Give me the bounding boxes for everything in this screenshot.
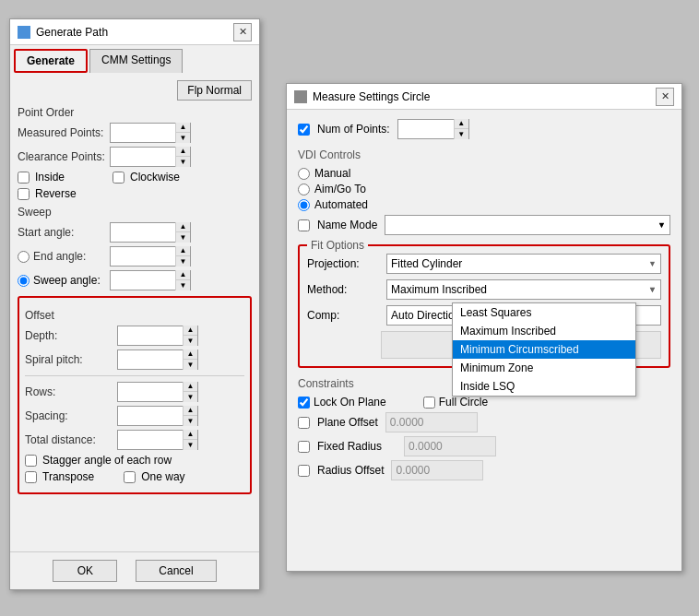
spacing-spin-btns: ▲ ▼	[183, 406, 197, 426]
depth-input[interactable]: 0.0000	[118, 326, 183, 345]
rows-row: Rows: 2 ▲ ▼	[25, 382, 244, 402]
flip-normal-button[interactable]: Flp Normal	[177, 80, 252, 101]
spacing-spinbox[interactable]: 0.0000 ▲ ▼	[117, 406, 198, 426]
end-angle-down[interactable]: ▼	[176, 256, 190, 267]
radius-offset-checkbox[interactable]	[298, 465, 310, 477]
num-points-up[interactable]: ▲	[455, 119, 468, 129]
transpose-checkbox[interactable]	[25, 471, 37, 483]
depth-down[interactable]: ▼	[184, 336, 197, 346]
name-mode-label: Name Mode	[317, 219, 377, 231]
tab-cmm-settings[interactable]: CMM Settings	[89, 49, 183, 73]
automated-radio[interactable]	[298, 199, 310, 211]
plane-offset-value: 0.0000	[385, 412, 478, 432]
projection-value: Fitted Cylinder	[391, 257, 657, 270]
end-angle-input[interactable]: 360.0000	[111, 247, 175, 266]
ok-button[interactable]: OK	[53, 560, 117, 582]
dropdown-item-inside-lsq[interactable]: Inside LSQ	[453, 377, 635, 396]
reverse-checkbox[interactable]	[18, 188, 30, 200]
rows-spinbox[interactable]: 2 ▲ ▼	[117, 382, 198, 402]
spiral-pitch-down[interactable]: ▼	[184, 360, 197, 370]
reverse-row: Reverse	[18, 187, 252, 200]
plane-offset-checkbox[interactable]	[298, 417, 310, 429]
stagger-checkbox[interactable]	[25, 455, 37, 467]
method-select[interactable]: Maximum Inscribed ▼	[386, 279, 661, 300]
generate-path-window: Generate Path ✕ Generate CMM Settings Fl…	[9, 18, 260, 590]
total-distance-label: Total distance:	[25, 433, 117, 446]
spacing-up[interactable]: ▲	[184, 406, 197, 416]
sweep-angle-radio[interactable]	[18, 275, 30, 287]
rows-input[interactable]: 2	[118, 383, 183, 401]
dropdown-item-min-circumscribed[interactable]: Minimum Circumscribed	[453, 340, 635, 359]
fixed-radius-checkbox[interactable]	[298, 441, 310, 453]
num-points-checkbox[interactable]	[298, 124, 310, 136]
start-angle-spinbox[interactable]: 0.0000 ▲ ▼	[110, 222, 191, 243]
dropdown-item-least-squares[interactable]: Least Squares	[453, 303, 635, 322]
spiral-pitch-spinbox[interactable]: 0.0000 ▲ ▼	[117, 349, 198, 370]
end-angle-radio[interactable]	[18, 251, 30, 263]
vdi-controls-section: VDI Controls Manual Aim/Go To Automated …	[298, 148, 670, 235]
depth-spinbox[interactable]: 0.0000 ▲ ▼	[117, 326, 198, 346]
name-mode-select[interactable]: ▼	[385, 215, 670, 235]
start-angle-input[interactable]: 0.0000	[111, 223, 175, 242]
offset-box: Offset Depth: 0.0000 ▲ ▼ Spiral pitch: 0…	[18, 296, 252, 494]
spiral-pitch-up[interactable]: ▲	[184, 349, 197, 360]
sweep-angle-spin-btns: ▲ ▼	[175, 270, 190, 290]
dropdown-item-min-zone[interactable]: Minimum Zone	[453, 359, 635, 377]
projection-select[interactable]: Fitted Cylinder	[386, 254, 661, 274]
measured-points-down[interactable]: ▼	[176, 133, 190, 143]
sweep-angle-up[interactable]: ▲	[176, 270, 190, 280]
one-way-label: One way	[141, 470, 184, 483]
spiral-pitch-input[interactable]: 0.0000	[118, 350, 183, 369]
full-circle-checkbox[interactable]	[423, 397, 435, 409]
sweep-angle-input[interactable]: 360.0000	[111, 271, 175, 290]
start-angle-up[interactable]: ▲	[176, 222, 190, 232]
clearance-up[interactable]: ▲	[176, 147, 190, 157]
aim-goto-radio[interactable]	[298, 184, 310, 195]
inside-checkbox[interactable]	[18, 172, 30, 184]
generate-close-button[interactable]: ✕	[233, 23, 252, 41]
clockwise-checkbox[interactable]	[113, 172, 124, 184]
lock-on-plane-checkbox[interactable]	[298, 397, 310, 409]
total-distance-down[interactable]: ▼	[184, 440, 197, 450]
clearance-points-spin-btns: ▲ ▼	[175, 147, 190, 167]
start-angle-down[interactable]: ▼	[176, 232, 190, 243]
generate-bottom-buttons: OK Cancel	[10, 551, 259, 589]
end-angle-label: End angle:	[33, 250, 86, 263]
measured-points-input[interactable]: 4	[111, 124, 175, 142]
spacing-down[interactable]: ▼	[184, 416, 197, 426]
one-way-checkbox[interactable]	[124, 471, 136, 483]
clearance-points-input[interactable]: 0	[111, 148, 175, 166]
total-distance-spinbox[interactable]: 0.0000 ▲ ▼	[117, 430, 198, 450]
sweep-label: Sweep	[18, 206, 252, 219]
total-distance-up[interactable]: ▲	[184, 430, 197, 440]
spacing-input[interactable]: 0.0000	[118, 407, 183, 425]
cancel-button[interactable]: Cancel	[136, 560, 216, 582]
num-points-down[interactable]: ▼	[455, 129, 468, 139]
name-mode-checkbox[interactable]	[298, 219, 310, 231]
measured-points-spinbox[interactable]: 4 ▲ ▼	[110, 123, 191, 143]
rows-up[interactable]: ▲	[184, 382, 197, 392]
num-points-spinbox[interactable]: 8 ▲ ▼	[397, 119, 469, 139]
start-angle-row: Start angle: 0.0000 ▲ ▼	[18, 222, 252, 243]
clearance-down[interactable]: ▼	[176, 157, 190, 167]
stagger-label: Stagger angle of each row	[42, 454, 172, 467]
manual-radio[interactable]	[298, 168, 310, 180]
clearance-points-spinbox[interactable]: 0 ▲ ▼	[110, 147, 191, 167]
tab-generate[interactable]: Generate	[14, 49, 88, 73]
start-angle-spin-btns: ▲ ▼	[175, 222, 190, 243]
inside-label: Inside	[35, 171, 65, 184]
measure-close-button[interactable]: ✕	[656, 88, 674, 106]
num-points-input[interactable]: 8	[398, 120, 454, 138]
end-angle-up[interactable]: ▲	[176, 246, 190, 256]
dropdown-item-max-inscribed[interactable]: Maximum Inscribed	[453, 322, 635, 340]
total-distance-input[interactable]: 0.0000	[118, 431, 183, 449]
end-angle-spinbox[interactable]: 360.0000 ▲ ▼	[110, 246, 191, 267]
rows-down[interactable]: ▼	[184, 392, 197, 402]
sweep-angle-down[interactable]: ▼	[176, 280, 190, 290]
sweep-angle-spinbox[interactable]: 360.0000 ▲ ▼	[110, 270, 191, 290]
num-points-spin-btns: ▲ ▼	[454, 119, 468, 139]
measured-points-up[interactable]: ▲	[176, 123, 190, 133]
full-circle-label: Full Circle	[439, 396, 488, 409]
depth-up[interactable]: ▲	[184, 326, 197, 336]
end-angle-spin-btns: ▲ ▼	[175, 246, 190, 267]
